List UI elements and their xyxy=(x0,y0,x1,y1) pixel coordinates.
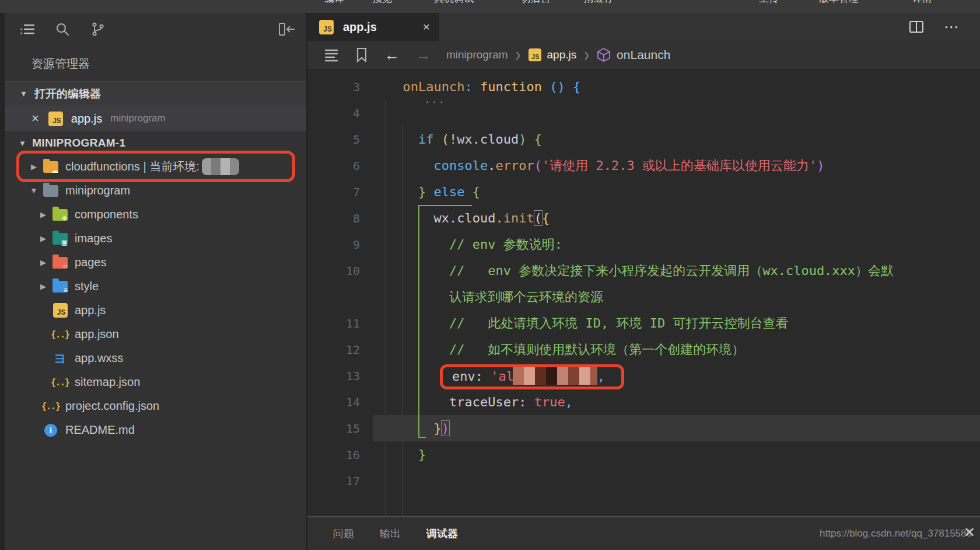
project-root-header[interactable]: ▼ MINIPROGRAM-1 xyxy=(5,131,306,155)
tree-item-app.js[interactable]: JSapp.js xyxy=(5,298,306,322)
breadcrumb: miniprogram ❯ JS app.js ❯ onLaunch xyxy=(446,47,670,62)
tab-label: app.js xyxy=(343,20,423,34)
search-icon[interactable] xyxy=(54,20,71,38)
menubar-item[interactable]: 编译 xyxy=(324,0,344,5)
tree-item-sitemap.json[interactable]: {..}sitemap.json xyxy=(5,370,306,394)
code-line-10[interactable]: 10// env 参数决定接下来小程序发起的云开发调用（wx.cloud.xxx… xyxy=(307,257,980,284)
file-tree: ▶☁cloudfunctions | 当前环境:▼miniprogram▶❖co… xyxy=(5,155,306,442)
code-line-15[interactable]: 15}) xyxy=(307,415,980,441)
breadcrumb-bar: ← → miniprogram ❯ JS app.js ❯ onLaunch xyxy=(307,41,980,69)
bookmark-icon[interactable] xyxy=(355,47,368,62)
menubar-item[interactable]: 版本管理 xyxy=(819,0,859,5)
js-file-icon: JS xyxy=(48,112,63,126)
tree-item-README.md[interactable]: iREADME.md xyxy=(5,418,306,442)
tree-item-components[interactable]: ▶❖components xyxy=(5,203,306,227)
menubar-item[interactable]: 上传 xyxy=(759,0,779,5)
tab-close-icon[interactable]: × xyxy=(423,20,430,34)
split-editor-icon[interactable] xyxy=(909,13,924,41)
breadcrumb-folder[interactable]: miniprogram xyxy=(446,48,508,61)
code-line-wrap[interactable]: 认请求到哪个云环境的资源 xyxy=(307,284,980,310)
tree-item-style[interactable]: ▶≡style xyxy=(5,274,306,298)
editor-tabbar: JS app.js × ⋯ xyxy=(307,13,980,41)
line-number: 12 xyxy=(307,343,360,357)
code-line-14[interactable]: 14traceUser: true, xyxy=(307,389,980,415)
menubar-item[interactable]: 预览 xyxy=(372,0,392,5)
more-actions-icon[interactable]: ⋯ xyxy=(944,13,960,41)
code-line-3[interactable]: 3onLaunch: function () {··· xyxy=(307,74,980,100)
cube-icon xyxy=(597,47,611,62)
code-line-5[interactable]: 5if (!wx.cloud) { xyxy=(307,126,980,152)
tree-item-images[interactable]: ▶▣images xyxy=(5,227,306,250)
menubar-item[interactable]: 详情 xyxy=(912,0,932,5)
tree-item-project.config.json[interactable]: {..}project.config.json xyxy=(5,394,306,418)
tree-item-label: components xyxy=(75,208,138,221)
outline-symbols-icon[interactable] xyxy=(324,48,339,62)
tree-item-label: project.config.json xyxy=(65,399,159,413)
breadcrumb-symbol[interactable]: onLaunch xyxy=(617,48,670,62)
tree-item-cloudfunctions[interactable]: ▶☁cloudfunctions | 当前环境: xyxy=(5,155,306,179)
code-editor[interactable]: 3onLaunch: function () {···45if (!wx.clo… xyxy=(307,69,980,516)
open-editor-item-appjs[interactable]: × JS app.js miniprogram xyxy=(5,106,306,131)
tree-item-pages[interactable]: ▶‹›pages xyxy=(5,250,306,274)
line-number: 14 xyxy=(307,395,360,409)
tree-item-app.wxss[interactable]: ヨapp.wxss xyxy=(5,346,306,370)
editor-area: JS app.js × ⋯ ← → miniprogram ❯ JS xyxy=(306,13,980,550)
menubar-item[interactable]: 真机调试 xyxy=(434,0,474,5)
breadcrumb-file[interactable]: app.js xyxy=(547,48,577,61)
folder-pages-icon: ‹› xyxy=(52,257,68,269)
code-line-11[interactable]: 11// 此处请填入环境 ID, 环境 ID 可打开云控制台查看 xyxy=(307,310,980,336)
outline-list-icon[interactable] xyxy=(19,20,36,38)
folder-images-icon: ▣ xyxy=(52,233,68,245)
menubar-item[interactable]: 清缓存 xyxy=(584,0,614,5)
chevron-down-icon: ▼ xyxy=(28,186,40,195)
navigate-forward-icon[interactable]: → xyxy=(416,46,431,64)
watermark-url: https://blog.csdn.net/qq_37815586 xyxy=(820,528,972,539)
tree-item-app.json[interactable]: {..}app.json xyxy=(5,322,306,346)
tab-appjs[interactable]: JS app.js × xyxy=(307,13,439,41)
line-number: 8 xyxy=(307,211,360,225)
collapse-sidebar-icon[interactable] xyxy=(278,20,296,38)
code-line-8[interactable]: 8wx.cloud.init({ xyxy=(307,205,980,231)
panel-tab-active[interactable]: 调试器 xyxy=(426,527,458,541)
tree-item-miniprogram[interactable]: ▼miniprogram xyxy=(5,179,306,203)
code-line-9[interactable]: 9// env 参数说明: xyxy=(307,231,980,257)
tree-item-label: app.json xyxy=(75,328,119,341)
code-line-17[interactable]: 17 xyxy=(307,468,980,494)
open-editor-path: miniprogram xyxy=(110,113,165,124)
folder-components-icon: ❖ xyxy=(52,209,68,221)
tree-item-label: app.wxss xyxy=(75,351,123,365)
code-line-7[interactable]: 7} else { xyxy=(307,179,980,205)
line-number: 15 xyxy=(307,422,360,436)
tree-item-label: miniprogram xyxy=(65,184,130,197)
folder-cloud-icon: ☁ xyxy=(43,161,58,173)
tree-item-label: pages xyxy=(75,256,107,269)
line-number: 7 xyxy=(307,185,360,199)
code-line-13[interactable]: 13env: 'al, xyxy=(307,363,980,389)
annotation-highlight-box: env: 'al, xyxy=(440,364,624,389)
chevron-down-icon: ▼ xyxy=(19,139,26,148)
panel-tab-inactive[interactable]: 输出 xyxy=(380,527,401,541)
code-line-16[interactable]: 16} xyxy=(307,441,980,468)
json-file-icon: {..} xyxy=(51,377,69,388)
open-editors-header[interactable]: ▼ 打开的编辑器 xyxy=(5,81,306,106)
chevron-right-icon: ▶ xyxy=(37,258,49,267)
line-number: 16 xyxy=(307,448,360,462)
chevron-right-icon: ▶ xyxy=(37,210,49,219)
explorer-title: 资源管理器 xyxy=(5,46,306,81)
code-line-12[interactable]: 12// 如不填则使用默认环境（第一个创建的环境） xyxy=(307,336,980,363)
tree-item-label: README.md xyxy=(65,423,135,437)
code-line-6[interactable]: 6console.error('请使用 2.2.3 或以上的基础库以使用云能力'… xyxy=(307,152,980,179)
folder-style-icon: ≡ xyxy=(52,281,68,293)
chevron-right-icon: ▶ xyxy=(37,282,49,291)
menubar-item[interactable]: 切后台 xyxy=(521,0,551,5)
navigate-back-icon[interactable]: ← xyxy=(384,46,400,64)
scope-highlight-top xyxy=(418,205,472,206)
code-line-4[interactable]: 4 xyxy=(307,100,980,126)
line-number: 9 xyxy=(307,238,360,252)
close-icon[interactable]: × xyxy=(32,111,39,126)
chevron-right-icon: ❯ xyxy=(515,51,522,60)
chevron-down-icon: ▼ xyxy=(20,89,27,98)
chevron-right-icon: ▶ xyxy=(28,162,40,171)
panel-tab-inactive[interactable]: 问题 xyxy=(333,527,354,541)
git-branch-icon[interactable] xyxy=(89,20,106,38)
